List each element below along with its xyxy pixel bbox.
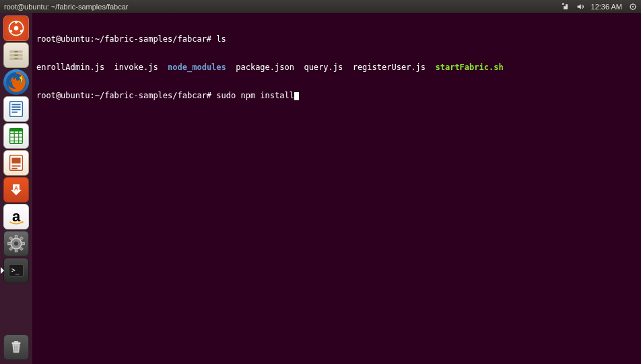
- sound-icon[interactable]: [576, 3, 584, 11]
- svg-rect-16: [11, 106, 20, 108]
- svg-rect-44: [14, 341, 19, 342]
- svg-rect-11: [14, 54, 18, 56]
- svg-point-6: [9, 30, 12, 32]
- ls-entry: startFabric.sh: [435, 63, 503, 72]
- svg-rect-18: [11, 112, 17, 113]
- svg-rect-15: [11, 104, 20, 106]
- terminal-icon[interactable]: >_: [3, 258, 29, 283]
- svg-rect-25: [10, 129, 23, 132]
- amazon-icon[interactable]: a: [3, 204, 29, 229]
- window-title: root@ubuntu: ~/fabric-samples/fabcar: [4, 3, 562, 11]
- svg-text:A: A: [14, 185, 19, 192]
- top-panel: root@ubuntu: ~/fabric-samples/fabcar 12:…: [0, 0, 641, 13]
- svg-point-4: [15, 21, 18, 24]
- command-text: ls: [216, 34, 226, 44]
- terminal-line-ls: enrollAdmin.js invoke.js node_modules pa…: [36, 63, 637, 72]
- command-text: sudo npm install: [216, 91, 294, 100]
- svg-rect-28: [11, 166, 20, 167]
- network-icon[interactable]: [562, 3, 570, 11]
- svg-text:>_: >_: [11, 266, 20, 275]
- ls-entry: enrollAdmin.js: [36, 63, 104, 72]
- svg-rect-29: [11, 168, 17, 170]
- svg-point-3: [14, 26, 19, 31]
- ls-entry: invoke.js: [114, 63, 158, 72]
- calc-icon[interactable]: [3, 123, 29, 149]
- svg-point-5: [20, 30, 23, 32]
- cursor: [294, 92, 299, 100]
- terminal-output[interactable]: root@ubuntu:~/fabric-samples/fabcar# ls …: [32, 13, 641, 364]
- clock-time[interactable]: 12:36 AM: [591, 3, 622, 11]
- ls-entry: registerUser.js: [353, 63, 426, 72]
- impress-icon[interactable]: [3, 150, 29, 176]
- svg-rect-33: [15, 235, 18, 238]
- ls-entry: query.js: [304, 63, 343, 72]
- svg-rect-36: [22, 242, 24, 245]
- svg-rect-35: [8, 242, 11, 245]
- trash-icon[interactable]: [3, 334, 29, 360]
- svg-rect-12: [14, 58, 18, 59]
- ls-entry: node_modules: [168, 63, 226, 72]
- prompt: root@ubuntu:~/fabric-samples/fabcar#: [36, 34, 211, 44]
- svg-rect-10: [14, 51, 18, 52]
- settings-icon[interactable]: [3, 231, 29, 256]
- launcher: A a >_: [0, 13, 32, 364]
- terminal-line-2: root@ubuntu:~/fabric-samples/fabcar# sud…: [36, 91, 637, 100]
- files-icon[interactable]: [3, 42, 29, 68]
- ls-entry: package.json: [236, 63, 294, 72]
- power-icon[interactable]: [629, 3, 637, 11]
- writer-icon[interactable]: [3, 96, 29, 122]
- svg-point-1: [632, 5, 634, 7]
- dash-icon[interactable]: [3, 15, 29, 41]
- firefox-icon[interactable]: [3, 69, 29, 95]
- indicator-area: 12:36 AM: [562, 3, 637, 11]
- svg-rect-17: [11, 109, 20, 110]
- svg-point-32: [14, 242, 18, 246]
- svg-rect-34: [15, 249, 18, 252]
- svg-rect-27: [11, 158, 20, 163]
- prompt: root@ubuntu:~/fabric-samples/fabcar#: [36, 91, 211, 100]
- terminal-line-1: root@ubuntu:~/fabric-samples/fabcar# ls: [36, 34, 637, 44]
- software-icon[interactable]: A: [3, 177, 29, 203]
